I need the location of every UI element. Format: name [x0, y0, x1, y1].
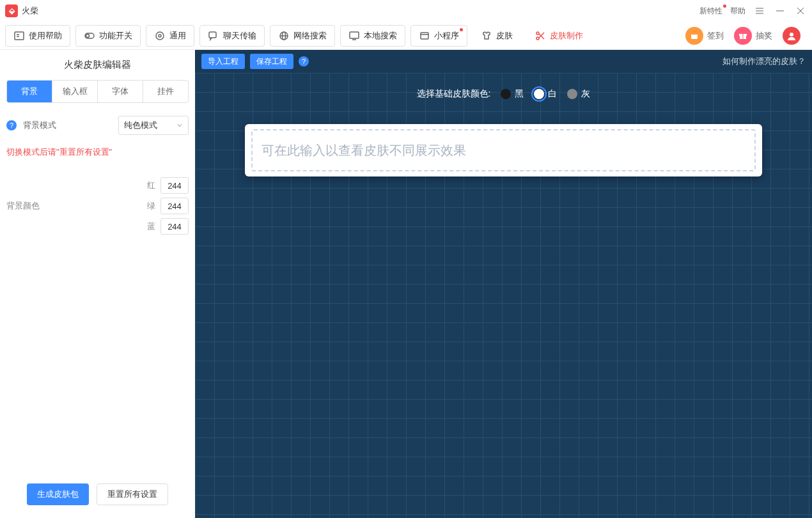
sidebar-tab-input[interactable]: 输入框 — [52, 81, 98, 102]
lottery-button[interactable]: 抽奖 — [734, 27, 772, 45]
help-tip-link[interactable]: 如何制作漂亮的皮肤？ — [722, 56, 806, 67]
sidebar-tab-font[interactable]: 字体 — [98, 81, 143, 102]
reset-button[interactable]: 重置所有设置 — [97, 483, 168, 505]
warning-text: 切换模式后请"重置所有设置" — [6, 146, 189, 158]
canvas-toolbar: 导入工程 保存工程 ? 如何制作漂亮的皮肤？ — [195, 50, 812, 73]
svg-point-12 — [159, 35, 161, 37]
green-input[interactable] — [160, 198, 189, 214]
app-title: 火柴 — [22, 5, 38, 17]
green-label: 绿 — [147, 200, 155, 212]
canvas: 导入工程 保存工程 ? 如何制作漂亮的皮肤？ 选择基础皮肤颜色: 黑 白 灰 可… — [195, 50, 812, 518]
toolbar-help-icon[interactable]: ? — [299, 56, 309, 67]
minimize-icon[interactable] — [774, 4, 786, 17]
base-color-gray[interactable]: 灰 — [567, 88, 590, 100]
preview-card: 可在此输入以查看皮肤不同展示效果 — [245, 124, 762, 177]
svg-rect-13 — [209, 32, 216, 38]
tab-general[interactable]: 通用 — [146, 25, 194, 47]
help-doc-icon — [13, 30, 25, 42]
new-feature-link[interactable]: 新特性 — [699, 6, 722, 17]
title-bar: ⬙ 火柴 新特性 帮助 — [0, 0, 812, 22]
base-color-white[interactable]: 白 — [534, 88, 557, 100]
gear-icon — [154, 30, 166, 42]
bg-mode-select[interactable]: 纯色模式 — [118, 116, 189, 135]
help-icon[interactable]: ? — [6, 120, 17, 130]
tab-local-search[interactable]: 本地搜索 — [340, 25, 405, 47]
sidebar-title: 火柴皮肤编辑器 — [6, 59, 189, 71]
tab-web-search[interactable]: 网络搜索 — [270, 25, 335, 47]
svg-point-11 — [156, 32, 164, 40]
menu-icon[interactable] — [753, 4, 766, 17]
save-button[interactable]: 保存工程 — [250, 54, 293, 69]
tab-skin-design[interactable]: 皮肤制作 — [526, 25, 591, 47]
shirt-icon — [481, 30, 492, 42]
base-color-label: 选择基础皮肤颜色: — [417, 88, 491, 100]
app-logo: ⬙ — [5, 4, 18, 17]
close-icon[interactable] — [794, 4, 807, 17]
tab-chat[interactable]: 聊天传输 — [199, 25, 265, 47]
top-tabs: 使用帮助 功能开关 通用 聊天传输 网络搜索 本地搜索 小程序 皮肤 皮肤制作 … — [0, 22, 812, 50]
red-input[interactable] — [160, 177, 189, 194]
calendar-icon — [685, 27, 703, 45]
gift-icon — [734, 27, 752, 45]
globe-icon — [278, 30, 290, 42]
base-color-black[interactable]: 黑 — [501, 88, 524, 100]
canvas-main: 选择基础皮肤颜色: 黑 白 灰 可在此输入以查看皮肤不同展示效果 — [195, 73, 812, 518]
miniapp-icon — [419, 30, 430, 42]
chat-icon — [208, 30, 219, 42]
base-color-selector: 选择基础皮肤颜色: 黑 白 灰 — [195, 88, 812, 100]
tab-miniapp[interactable]: 小程序 — [410, 25, 467, 47]
scissors-icon — [535, 30, 546, 42]
signin-button[interactable]: 签到 — [685, 27, 724, 45]
preview-input[interactable]: 可在此输入以查看皮肤不同展示效果 — [251, 129, 756, 171]
svg-point-30 — [790, 33, 793, 36]
tab-switch[interactable]: 功能开关 — [75, 25, 141, 47]
svg-rect-17 — [350, 32, 359, 38]
svg-rect-26 — [691, 33, 698, 35]
avatar[interactable] — [783, 27, 800, 45]
bg-mode-label: 背景模式 — [23, 120, 56, 131]
monitor-icon — [348, 30, 360, 42]
svg-rect-19 — [421, 33, 428, 39]
svg-point-10 — [86, 34, 90, 37]
bg-color-label: 背景颜色 — [6, 200, 58, 212]
sidebar-tabs: 背景 输入框 字体 挂件 — [6, 80, 189, 103]
blue-label: 蓝 — [147, 221, 155, 232]
blue-input[interactable] — [160, 218, 189, 235]
chevron-down-icon — [176, 122, 183, 129]
tab-skin[interactable]: 皮肤 — [472, 25, 521, 47]
generate-button[interactable]: 生成皮肤包 — [27, 483, 89, 505]
help-link[interactable]: 帮助 — [730, 6, 746, 17]
toggle-icon — [84, 30, 95, 42]
sidebar-tab-background[interactable]: 背景 — [7, 81, 52, 102]
tab-help[interactable]: 使用帮助 — [5, 25, 70, 47]
svg-rect-6 — [15, 32, 24, 40]
import-button[interactable]: 导入工程 — [201, 54, 245, 69]
red-label: 红 — [147, 180, 155, 191]
svg-point-22 — [536, 37, 539, 40]
sidebar-tab-widget[interactable]: 挂件 — [143, 81, 188, 102]
sidebar: 火柴皮肤编辑器 背景 输入框 字体 挂件 ? 背景模式 纯色模式 切换模式后请"… — [0, 50, 195, 518]
svg-point-21 — [536, 32, 539, 35]
